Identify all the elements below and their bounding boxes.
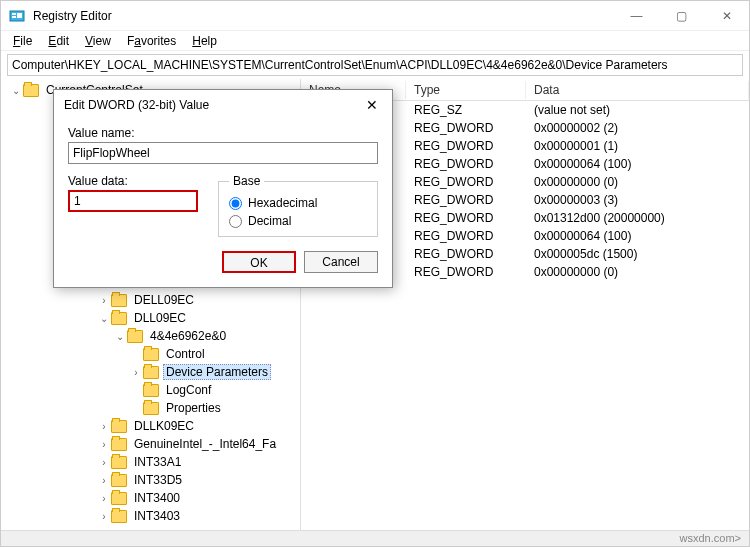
chevron-right-icon[interactable]: › [97, 439, 111, 450]
value-name-input[interactable] [68, 142, 378, 164]
chevron-right-icon[interactable]: › [97, 511, 111, 522]
folder-icon [143, 348, 159, 361]
list-cell-data: 0x01312d00 (20000000) [526, 211, 749, 225]
tree-item-genuineintel[interactable]: › GenuineIntel_-_Intel64_Fa [1, 435, 300, 453]
col-header-data[interactable]: Data [526, 81, 749, 99]
cancel-button[interactable]: Cancel [304, 251, 378, 273]
list-cell-type: REG_SZ [406, 103, 526, 117]
tree-item-control[interactable]: Control [1, 345, 300, 363]
tree-item-logconf[interactable]: LogConf [1, 381, 300, 399]
chevron-right-icon[interactable]: › [97, 421, 111, 432]
svg-rect-3 [17, 13, 22, 18]
list-cell-data: 0x00000003 (3) [526, 193, 749, 207]
list-cell-type: REG_DWORD [406, 229, 526, 243]
close-button[interactable]: ✕ [704, 1, 749, 31]
chevron-down-icon[interactable]: ⌄ [113, 331, 127, 342]
list-cell-type: REG_DWORD [406, 157, 526, 171]
window-title: Registry Editor [33, 9, 614, 23]
decimal-radio[interactable] [229, 215, 242, 228]
menu-edit[interactable]: Edit [40, 32, 77, 50]
menu-help[interactable]: Help [184, 32, 225, 50]
address-bar[interactable]: Computer\HKEY_LOCAL_MACHINE\SYSTEM\Curre… [7, 54, 743, 76]
folder-icon [111, 294, 127, 307]
list-cell-type: REG_DWORD [406, 139, 526, 153]
list-cell-type: REG_DWORD [406, 121, 526, 135]
title-bar: Registry Editor — ▢ ✕ [1, 1, 749, 31]
menu-favorites[interactable]: Favorites [119, 32, 184, 50]
folder-icon [143, 366, 159, 379]
hexadecimal-radio[interactable] [229, 197, 242, 210]
folder-icon [143, 402, 159, 415]
base-group: Base Hexadecimal Decimal [218, 174, 378, 237]
maximize-button[interactable]: ▢ [659, 1, 704, 31]
hexadecimal-label: Hexadecimal [248, 196, 317, 210]
tree-item-properties[interactable]: Properties [1, 399, 300, 417]
tree-item-dell09ec[interactable]: › DELL09EC [1, 291, 300, 309]
chevron-down-icon[interactable]: ⌄ [9, 85, 23, 96]
list-cell-data: 0x00000000 (0) [526, 175, 749, 189]
folder-icon [111, 312, 127, 325]
menu-file[interactable]: File [5, 32, 40, 50]
tree-item-int3403[interactable]: › INT3403 [1, 507, 300, 525]
menu-bar: File Edit View Favorites Help [1, 31, 749, 51]
folder-icon [111, 474, 127, 487]
minimize-button[interactable]: — [614, 1, 659, 31]
list-cell-data: 0x00000002 (2) [526, 121, 749, 135]
folder-icon [111, 438, 127, 451]
tree-item-instance[interactable]: ⌄ 4&4e6962e&0 [1, 327, 300, 345]
chevron-right-icon[interactable]: › [97, 295, 111, 306]
chevron-down-icon[interactable]: ⌄ [97, 313, 111, 324]
chevron-right-icon[interactable]: › [129, 367, 143, 378]
svg-rect-2 [12, 16, 16, 18]
chevron-right-icon[interactable]: › [97, 457, 111, 468]
list-cell-type: REG_DWORD [406, 211, 526, 225]
col-header-type[interactable]: Type [406, 81, 526, 99]
dialog-title-bar: Edit DWORD (32-bit) Value ✕ [54, 90, 392, 120]
tree-item-int3400[interactable]: › INT3400 [1, 489, 300, 507]
folder-icon [111, 492, 127, 505]
folder-icon [23, 84, 39, 97]
value-data-label: Value data: [68, 174, 198, 188]
list-cell-type: REG_DWORD [406, 265, 526, 279]
chevron-right-icon[interactable]: › [97, 493, 111, 504]
horizontal-scrollbar[interactable] [1, 530, 749, 546]
folder-icon [127, 330, 143, 343]
tree-item-dll09ec[interactable]: ⌄ DLL09EC [1, 309, 300, 327]
dialog-title: Edit DWORD (32-bit) Value [64, 98, 362, 112]
list-cell-data: 0x00000064 (100) [526, 229, 749, 243]
base-label: Base [229, 174, 264, 188]
list-cell-data: 0x00000064 (100) [526, 157, 749, 171]
list-cell-data: 0x00000000 (0) [526, 265, 749, 279]
value-data-input[interactable] [68, 190, 198, 212]
value-name-label: Value name: [68, 126, 378, 140]
list-cell-data: 0x000005dc (1500) [526, 247, 749, 261]
chevron-right-icon[interactable]: › [97, 475, 111, 486]
list-cell-data: 0x00000001 (1) [526, 139, 749, 153]
tree-item-int33d5[interactable]: › INT33D5 [1, 471, 300, 489]
watermark: wsxdn.com> [680, 532, 741, 544]
tree-item-device-parameters[interactable]: › Device Parameters [1, 363, 300, 381]
list-cell-type: REG_DWORD [406, 247, 526, 261]
menu-view[interactable]: View [77, 32, 119, 50]
edit-dword-dialog: Edit DWORD (32-bit) Value ✕ Value name: … [53, 89, 393, 288]
regedit-icon [9, 8, 25, 24]
dialog-close-button[interactable]: ✕ [362, 97, 382, 113]
list-cell-type: REG_DWORD [406, 193, 526, 207]
folder-icon [143, 384, 159, 397]
list-cell-data: (value not set) [526, 103, 749, 117]
ok-button[interactable]: OK [222, 251, 296, 273]
svg-rect-1 [12, 13, 16, 15]
folder-icon [111, 510, 127, 523]
tree-item-dllk09ec[interactable]: › DLLK09EC [1, 417, 300, 435]
folder-icon [111, 456, 127, 469]
list-cell-type: REG_DWORD [406, 175, 526, 189]
tree-item-int33a1[interactable]: › INT33A1 [1, 453, 300, 471]
folder-icon [111, 420, 127, 433]
decimal-label: Decimal [248, 214, 291, 228]
